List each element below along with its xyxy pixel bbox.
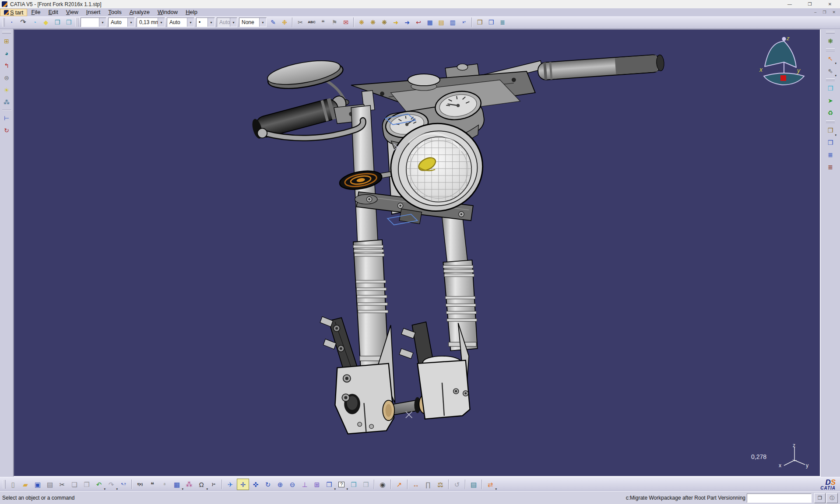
copy-icon[interactable]: ❏ [69, 479, 80, 490]
menu-window[interactable]: Window [154, 9, 182, 16]
swirl-icon[interactable]: ↺ [451, 479, 463, 490]
update-icon[interactable]: ❃ [825, 36, 836, 46]
send-to-icon[interactable]: ❒ [474, 17, 485, 28]
lock-icon[interactable]: Ω▾ [196, 479, 207, 490]
structure-bulb-icon[interactable]: ☀ [1, 85, 12, 95]
fly-mode-icon[interactable]: ✈ [225, 479, 236, 490]
spell-check-icon[interactable]: ABC [306, 17, 317, 28]
wizard-icon[interactable]: ❉ [279, 17, 290, 28]
toolbar-handle[interactable] [1, 31, 12, 34]
minimize-button[interactable]: — [780, 0, 800, 8]
toolbar-handle[interactable] [3, 479, 6, 490]
print-icon[interactable]: ▤ [44, 479, 56, 490]
view-box-icon[interactable]: ❒▾ [825, 125, 836, 136]
chevron-down-icon[interactable]: ▾ [259, 18, 266, 27]
point-symbol-combo[interactable]: •▾ [196, 18, 215, 27]
normal-view-icon[interactable]: ⊥ [299, 479, 310, 490]
menu-file[interactable]: File [27, 9, 44, 16]
select-arrow-icon[interactable]: ↖▾ [825, 53, 836, 64]
product-structure-icon[interactable]: ⊞ [1, 36, 12, 46]
fit-all-icon[interactable]: ✛ [237, 479, 249, 490]
chevron-down-icon[interactable]: ▾ [99, 18, 106, 27]
surface-sphere-icon[interactable]: ◔ [29, 17, 40, 28]
viewport-3d[interactable]: x y z 0,278 z x y [13, 29, 821, 477]
model-front-fork[interactable] [14, 30, 820, 476]
expand-caret-icon[interactable]: ▾ [835, 62, 836, 65]
mail-icon[interactable]: ✉ [341, 17, 351, 28]
hidden-elements-icon[interactable]: ?▾ [336, 479, 347, 490]
doc-window-button[interactable]: ❐ [814, 493, 826, 503]
redo-icon[interactable]: ↷▾ [105, 479, 117, 490]
import-structure-icon[interactable]: ↰ [1, 60, 12, 71]
line-type-combo[interactable]: Auto▾ [167, 18, 194, 27]
iso-view-icon[interactable]: ❒▾ [323, 479, 335, 490]
comment-icon[interactable]: ❝ [147, 479, 158, 490]
insert-component-icon[interactable]: ➜ [390, 17, 401, 28]
annotation-bubble-icon[interactable]: ❝ [318, 17, 328, 28]
ruler-icon[interactable]: ↔ [410, 479, 422, 490]
menu-insert[interactable]: Insert [82, 9, 105, 16]
tree-filter-icon[interactable]: ≣ [497, 17, 508, 28]
catalog-graph-icon[interactable]: ⁂ [183, 479, 195, 490]
menu-analyze[interactable]: Analyze [126, 9, 154, 16]
edit-links-icon[interactable]: ➜ [402, 17, 412, 28]
power-input[interactable] [747, 494, 812, 503]
mdi-minimize-button[interactable]: – [814, 10, 816, 14]
menu-tools[interactable]: Tools [104, 9, 125, 16]
maximize-button[interactable]: ❐ [800, 0, 820, 8]
compass-base-handle[interactable] [780, 75, 786, 81]
flag-note-icon[interactable]: ⚑ [329, 17, 340, 28]
catalog-new-icon[interactable]: ❋ [368, 17, 378, 28]
rotate-tool-icon[interactable]: ↷ [18, 17, 28, 28]
plane-icon[interactable]: ◆ [41, 17, 51, 28]
catalog-browser-icon[interactable]: ❋ [356, 17, 367, 28]
pan-icon[interactable]: ✜ [250, 479, 261, 490]
select-options-icon[interactable]: ⇖▾ [825, 66, 836, 76]
menu-view[interactable]: View [62, 9, 82, 16]
expand-caret-icon[interactable]: ▾ [495, 487, 497, 491]
reorder-tree-icon[interactable]: ↻ [1, 125, 12, 136]
paste-icon[interactable]: ❐ [81, 479, 92, 490]
snap-grid-icon[interactable]: ⇄▾ [485, 479, 496, 490]
doc-settings-icon[interactable]: ▥ [447, 17, 458, 28]
tree-undo-icon[interactable]: ↩ [413, 17, 424, 28]
rotate-view-icon[interactable]: ↻ [262, 479, 274, 490]
close-button[interactable]: ✕ [820, 0, 840, 8]
help-pointer-icon[interactable]: ↖? [118, 479, 129, 490]
undo-icon[interactable]: ↶▾ [93, 479, 105, 490]
expand-caret-icon[interactable]: ▾ [835, 74, 836, 77]
nav-3d-icon[interactable]: ↗ [394, 479, 405, 490]
menu-edit[interactable]: Edit [44, 9, 62, 16]
table-icon[interactable]: ▦▾ [171, 479, 183, 490]
chevron-down-icon[interactable]: ▾ [187, 18, 194, 27]
folder-tree-icon[interactable]: ▤ [436, 17, 446, 28]
chevron-down-icon[interactable]: ▾ [158, 18, 165, 27]
toolbar-handle[interactable] [825, 31, 836, 34]
caliper-icon[interactable]: ∏ [422, 479, 434, 490]
weight-icon[interactable]: ⚖ [435, 479, 446, 490]
expand-caret-icon[interactable]: ▾ [835, 133, 836, 137]
layers-icon[interactable]: ▤ [468, 479, 479, 490]
open-box-icon[interactable]: ❒ [825, 137, 836, 148]
render-style-combo[interactable]: Auto▾ [217, 18, 237, 27]
workbench-box-icon[interactable]: ❒ [486, 17, 496, 28]
part-blue-icon[interactable]: ❒ [825, 83, 836, 94]
wireframe-mode-icon[interactable]: ❒ [360, 479, 372, 490]
part-sync-icon[interactable]: ♻ [825, 108, 836, 118]
toolbar-handle[interactable] [825, 120, 836, 123]
zoom-in-icon[interactable]: ⊕ [274, 479, 286, 490]
chevron-down-icon[interactable]: ▾ [230, 18, 237, 27]
open-folder-icon[interactable]: ▰ [20, 479, 31, 490]
line-weight-combo[interactable]: 0,13 mm▾ [137, 18, 165, 27]
toolbar-handle[interactable] [825, 48, 836, 52]
structure-links-icon[interactable]: ⁂ [1, 97, 12, 108]
link-icon[interactable]: 8 [159, 479, 170, 490]
mdi-restore-button[interactable]: ❐ [822, 10, 826, 14]
design-table-icon[interactable]: ▦ [425, 17, 435, 28]
isometric-view-icon[interactable]: ❒ [52, 17, 63, 28]
enovia-globe-icon[interactable]: ◕ [1, 48, 12, 59]
mdi-close-button[interactable]: ✕ [832, 10, 836, 14]
graph-tree-icon[interactable]: ⊢ [1, 113, 12, 123]
opacity-combo[interactable]: Auto▾ [108, 18, 135, 27]
menu-start[interactable]: Start [0, 9, 27, 16]
